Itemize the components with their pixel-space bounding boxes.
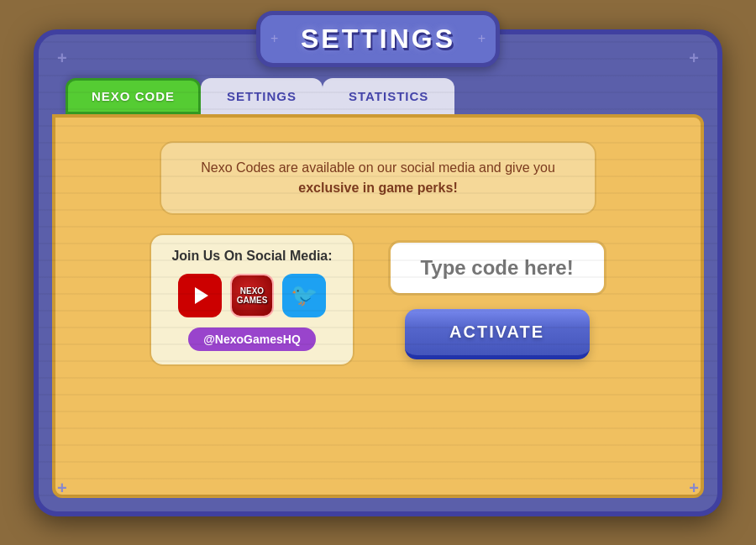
code-input[interactable] xyxy=(388,240,606,296)
tab-nexo-code[interactable]: NEXO CODE xyxy=(66,78,201,114)
nexo-label: NEXOGAMES xyxy=(237,286,268,305)
modal-title: SETTINGS xyxy=(301,24,455,54)
nexo-games-icon[interactable]: NEXOGAMES xyxy=(230,274,274,317)
social-icons-row: NEXOGAMES 🐦 xyxy=(178,274,326,317)
tab-statistics[interactable]: STATISTICS xyxy=(323,78,454,114)
twitter-bird: 🐦 xyxy=(291,282,318,308)
tabs-row: NEXO CODE SETTINGS STATISTICS xyxy=(39,78,717,114)
social-handle[interactable]: @NexoGamesHQ xyxy=(188,328,316,351)
youtube-icon[interactable] xyxy=(178,274,222,317)
corner-plus-tl: + xyxy=(57,50,67,66)
title-plus-right: + xyxy=(478,31,486,46)
title-plus-left: + xyxy=(270,31,278,46)
code-section: ACTIVATE xyxy=(388,240,606,359)
corner-plus-tr: + xyxy=(689,50,699,66)
activate-button[interactable]: ACTIVATE xyxy=(405,309,590,359)
tab-settings[interactable]: SETTINGS xyxy=(201,78,323,114)
social-box: Join Us On Social Media: NEXOGAMES 🐦 xyxy=(150,233,354,366)
settings-modal: + + + + + SETTINGS + NEXO CODE SETTINGS … xyxy=(34,29,722,516)
title-banner: + SETTINGS + xyxy=(256,11,500,67)
social-title: Join Us On Social Media: xyxy=(171,249,332,264)
content-area: Nexo Codes are available on our social m… xyxy=(52,114,704,498)
info-text: Nexo Codes are available on our social m… xyxy=(188,158,568,198)
bottom-row: Join Us On Social Media: NEXOGAMES 🐦 xyxy=(82,233,674,366)
info-box: Nexo Codes are available on our social m… xyxy=(160,141,596,215)
youtube-play-icon xyxy=(195,287,208,304)
twitter-icon[interactable]: 🐦 xyxy=(282,274,326,317)
corner-plus-br: + xyxy=(689,479,699,496)
corner-plus-bl: + xyxy=(57,479,67,496)
